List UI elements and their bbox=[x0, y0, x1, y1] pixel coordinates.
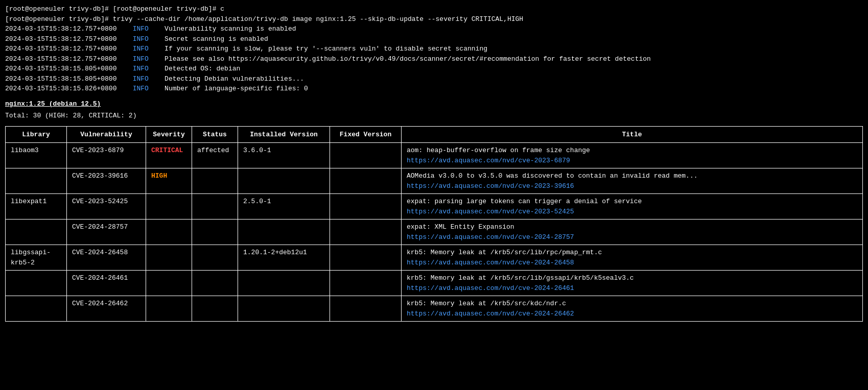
cell-severity: HIGH bbox=[146, 168, 192, 194]
cell-severity bbox=[146, 296, 192, 322]
title-link[interactable]: https://avd.aquasec.com/nvd/cve-2023-524… bbox=[407, 207, 857, 217]
header-title: Title bbox=[402, 126, 863, 143]
cell-title: krb5: Memory leak at /krb5/src/kdc/ndr.c… bbox=[402, 296, 863, 322]
cell-library: libexpat1 bbox=[6, 194, 67, 220]
image-title: nginx:1.25 (debian 12.5) bbox=[5, 99, 863, 109]
table-row: CVE-2024-28757expat: XML Entity Expansio… bbox=[6, 220, 863, 245]
header-library: Library bbox=[6, 126, 67, 143]
title-link[interactable]: https://avd.aquasec.com/nvd/cve-2023-687… bbox=[407, 156, 857, 166]
cell-installed-version bbox=[238, 168, 330, 194]
cell-installed-version bbox=[238, 296, 330, 322]
title-text: krb5: Memory leak at /krb5/src/lib/gssap… bbox=[407, 273, 857, 283]
title-link[interactable]: https://avd.aquasec.com/nvd/cve-2024-264… bbox=[407, 283, 857, 294]
prompt-line-2: [root@openeuler trivy-db]# trivy --cache… bbox=[5, 14, 863, 25]
cell-fixed-version bbox=[330, 296, 402, 322]
terminal-output: [root@openeuler trivy-db]# [root@openeul… bbox=[5, 4, 863, 94]
title-text: krb5: Memory leak at /krb5/src/lib/rpc/p… bbox=[407, 248, 857, 258]
cell-vulnerability: CVE-2024-26462 bbox=[67, 296, 146, 322]
table-row: libaom3CVE-2023-6879CRITICALaffected3.6.… bbox=[6, 143, 863, 168]
cell-severity bbox=[146, 245, 192, 271]
log-line-7: 2024-03-15T15:38:15.826+0800 INFO Number… bbox=[5, 84, 863, 94]
cell-fixed-version bbox=[330, 168, 402, 194]
cell-severity bbox=[146, 271, 192, 296]
table-row: CVE-2024-26461krb5: Memory leak at /krb5… bbox=[6, 271, 863, 296]
title-text: expat: parsing large tokens can trigger … bbox=[407, 197, 857, 207]
cell-library bbox=[6, 296, 67, 322]
cell-status bbox=[192, 194, 238, 220]
cell-title: krb5: Memory leak at /krb5/src/lib/rpc/p… bbox=[402, 245, 863, 271]
log-line-3: 2024-03-15T15:38:12.757+0800 INFO If you… bbox=[5, 44, 863, 54]
log-line-4: 2024-03-15T15:38:12.757+0800 INFO Please… bbox=[5, 54, 863, 64]
title-link[interactable]: https://avd.aquasec.com/nvd/cve-2023-396… bbox=[407, 181, 857, 191]
cell-library bbox=[6, 271, 67, 296]
prompt-text-1: [root@openeuler trivy-db]# [root@openeul… bbox=[5, 5, 224, 13]
cell-vulnerability: CVE-2024-28757 bbox=[67, 220, 146, 245]
title-link[interactable]: https://avd.aquasec.com/nvd/cve-2024-264… bbox=[407, 258, 857, 268]
cell-title: expat: parsing large tokens can trigger … bbox=[402, 194, 863, 220]
cell-fixed-version bbox=[330, 245, 402, 271]
cell-library: libgssapi-krb5-2 bbox=[6, 245, 67, 271]
cell-status bbox=[192, 220, 238, 245]
cell-vulnerability: CVE-2023-39616 bbox=[67, 168, 146, 194]
header-fixed-version: Fixed Version bbox=[330, 126, 402, 143]
cell-severity bbox=[146, 220, 192, 245]
log-line-6: 2024-03-15T15:38:15.805+0800 INFO Detect… bbox=[5, 74, 863, 84]
header-vulnerability: Vulnerability bbox=[67, 126, 146, 143]
cell-fixed-version bbox=[330, 143, 402, 168]
cell-status bbox=[192, 296, 238, 322]
cell-title: krb5: Memory leak at /krb5/src/lib/gssap… bbox=[402, 271, 863, 296]
title-link[interactable]: https://avd.aquasec.com/nvd/cve-2024-264… bbox=[407, 309, 857, 319]
table-header-row: Library Vulnerability Severity Status In… bbox=[6, 126, 863, 143]
cell-installed-version: 2.5.0-1 bbox=[238, 194, 330, 220]
severity-badge: CRITICAL bbox=[151, 147, 183, 154]
cell-installed-version: 3.6.0-1 bbox=[238, 143, 330, 168]
cell-installed-version bbox=[238, 271, 330, 296]
log-line-2: 2024-03-15T15:38:12.757+0800 INFO Secret… bbox=[5, 34, 863, 44]
header-severity: Severity bbox=[146, 126, 192, 143]
cell-library: libaom3 bbox=[6, 143, 67, 168]
header-status: Status bbox=[192, 126, 238, 143]
cell-status bbox=[192, 245, 238, 271]
cell-title: aom: heap-buffer-overflow on frame size … bbox=[402, 143, 863, 168]
cell-title: AOMedia v3.0.0 to v3.5.0 was discovered … bbox=[402, 168, 863, 194]
title-text: expat: XML Entity Expansion bbox=[407, 222, 857, 232]
table-row: libgssapi-krb5-2CVE-2024-264581.20.1-2+d… bbox=[6, 245, 863, 271]
cell-severity bbox=[146, 194, 192, 220]
title-text: krb5: Memory leak at /krb5/src/kdc/ndr.c bbox=[407, 299, 857, 309]
title-text: AOMedia v3.0.0 to v3.5.0 was discovered … bbox=[407, 171, 857, 181]
cell-installed-version bbox=[238, 220, 330, 245]
cell-vulnerability: CVE-2023-6879 bbox=[67, 143, 146, 168]
cell-vulnerability: CVE-2023-52425 bbox=[67, 194, 146, 220]
title-link[interactable]: https://avd.aquasec.com/nvd/cve-2024-287… bbox=[407, 232, 857, 242]
vulnerability-table: Library Vulnerability Severity Status In… bbox=[5, 126, 863, 322]
cell-installed-version: 1.20.1-2+deb12u1 bbox=[238, 245, 330, 271]
cell-vulnerability: CVE-2024-26458 bbox=[67, 245, 146, 271]
table-row: CVE-2023-39616HIGHAOMedia v3.0.0 to v3.5… bbox=[6, 168, 863, 194]
cell-vulnerability: CVE-2024-26461 bbox=[67, 271, 146, 296]
total-summary: Total: 30 (HIGH: 28, CRITICAL: 2) bbox=[5, 111, 863, 121]
cell-library bbox=[6, 168, 67, 194]
cell-fixed-version bbox=[330, 271, 402, 296]
cell-library bbox=[6, 220, 67, 245]
cell-status: affected bbox=[192, 143, 238, 168]
table-row: libexpat1CVE-2023-524252.5.0-1expat: par… bbox=[6, 194, 863, 220]
cell-status bbox=[192, 271, 238, 296]
log-line-5: 2024-03-15T15:38:15.805+0800 INFO Detect… bbox=[5, 64, 863, 74]
cell-title: expat: XML Entity Expansionhttps://avd.a… bbox=[402, 220, 863, 245]
log-line-1: 2024-03-15T15:38:12.757+0800 INFO Vulner… bbox=[5, 24, 863, 34]
severity-badge: HIGH bbox=[151, 172, 167, 180]
cell-status bbox=[192, 168, 238, 194]
table-row: CVE-2024-26462krb5: Memory leak at /krb5… bbox=[6, 296, 863, 322]
prompt-line-1: [root@openeuler trivy-db]# [root@openeul… bbox=[5, 4, 863, 14]
prompt-text-2: [root@openeuler trivy-db]# trivy --cache… bbox=[5, 15, 523, 23]
title-text: aom: heap-buffer-overflow on frame size … bbox=[407, 145, 857, 156]
cell-fixed-version bbox=[330, 220, 402, 245]
cell-severity: CRITICAL bbox=[146, 143, 192, 168]
cell-fixed-version bbox=[330, 194, 402, 220]
header-installed-version: Installed Version bbox=[238, 126, 330, 143]
